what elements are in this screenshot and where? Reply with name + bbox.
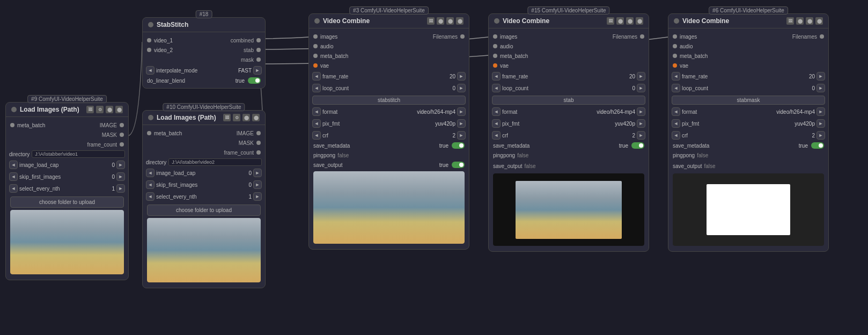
node-9-icon3[interactable]: ⬤ <box>106 106 113 113</box>
node-10-icon2[interactable]: ⚙ <box>233 114 240 121</box>
node-9-ctrl-skip_first_images: ◄ skip_first_images 0 ► <box>6 171 128 183</box>
node-6-icon2[interactable]: ⬤ <box>796 17 804 25</box>
node-6-port-meta_batch: meta_batch <box>668 51 828 61</box>
node-3-incr-pix_fmt[interactable]: ► <box>457 119 466 128</box>
node-6-incr-frame_rate[interactable]: ► <box>816 72 825 81</box>
node-9-icon1[interactable]: 🖼 <box>86 106 94 113</box>
node-6-decr-crf[interactable]: ◄ <box>672 131 680 140</box>
node-3-incr-format[interactable]: ► <box>457 107 466 116</box>
node-3-icon3[interactable]: ⬤ <box>446 17 454 25</box>
node-6-incr-pix_fmt[interactable]: ► <box>816 119 825 128</box>
node-9: Load Images (Path) 🖼 ⚙ ⬤ ⬤ #9 ComfyUI-Vi… <box>5 102 129 280</box>
node-3-toggle-save_metadata[interactable] <box>452 142 465 149</box>
node-10-icon1[interactable]: 🖼 <box>223 114 231 121</box>
node-3-toggle-save_output[interactable] <box>452 162 465 168</box>
node-6-icon4[interactable]: ⬤ <box>815 17 823 25</box>
node-9-incr-image_load_cap[interactable]: ► <box>116 161 125 169</box>
node-3-decr-frame_rate[interactable]: ◄ <box>312 72 321 81</box>
node-6-icon1[interactable]: 🖼 <box>786 17 794 25</box>
node-9-decr-image_load_cap[interactable]: ◄ <box>9 161 18 169</box>
node-15-decr-crf[interactable]: ◄ <box>492 131 501 140</box>
node-18-decr-interp[interactable]: ◄ <box>146 66 155 75</box>
node-3-param-pingpong: pingpong false <box>309 150 469 161</box>
node-6-incr-loop_count[interactable]: ► <box>816 84 825 92</box>
node-15-incr-pix_fmt[interactable]: ► <box>637 119 645 128</box>
node-9-decr-skip_first_images[interactable]: ◄ <box>9 172 18 181</box>
node-15-incr-format[interactable]: ► <box>637 107 645 116</box>
node-15-decr-pix_fmt[interactable]: ◄ <box>492 119 501 128</box>
node-3-ctrl-frame_rate: ◄ frame_rate 20 ► <box>309 70 469 82</box>
node-3-incr-loop_count[interactable]: ► <box>457 84 466 92</box>
node-15-icon3[interactable]: ⬤ <box>626 17 634 25</box>
node-10-decr-select_every_nth[interactable]: ◄ <box>146 192 155 201</box>
node-10-dot-frame_count <box>256 150 261 155</box>
node-15-decr-format[interactable]: ◄ <box>492 107 501 116</box>
node-9-upload-btn[interactable]: choose folder to upload <box>10 196 124 208</box>
node-6-incr-crf[interactable]: ► <box>816 131 825 140</box>
node-18-toggle-blend: do_linear_blend true <box>143 76 265 85</box>
node-6-decr-format[interactable]: ◄ <box>672 107 680 116</box>
node-6-ctrl-filename_prefix: stabmask <box>668 94 828 106</box>
node-18-status <box>148 22 153 27</box>
node-15-incr-frame_rate[interactable]: ► <box>637 72 645 81</box>
node-15-filename_prefix[interactable]: stab <box>492 96 645 105</box>
node-10-icon3[interactable]: ⬤ <box>242 114 250 121</box>
node-15-param-pingpong: pingpong false <box>489 150 649 161</box>
node-6-header: Video Combine 🖼 ⬤ ⬤ ⬤ <box>668 14 828 28</box>
node-15-dot-audio <box>493 44 497 48</box>
node-18-toggle-switch[interactable] <box>248 77 261 84</box>
node-15-icon2[interactable]: ⬤ <box>616 17 624 25</box>
node-3-icon2[interactable]: ⬤ <box>437 17 444 25</box>
node-3-filename_prefix[interactable]: stabstitch <box>312 96 466 105</box>
node-9-incr-skip_first_images[interactable]: ► <box>116 172 125 181</box>
node-9-decr-select_every_nth[interactable]: ◄ <box>9 184 18 193</box>
node-10-decr-skip_first_images[interactable]: ◄ <box>146 180 155 189</box>
node-10-incr-select_every_nth[interactable]: ► <box>253 192 262 201</box>
node-3-title: Video Combine <box>323 17 370 25</box>
node-10-decr-image_load_cap[interactable]: ◄ <box>146 169 155 177</box>
node-3-icon4[interactable]: ⬤ <box>456 17 464 25</box>
node-3-decr-pix_fmt[interactable]: ◄ <box>312 119 321 128</box>
node-6-port-vae: vae <box>668 61 828 70</box>
node-3-decr-loop_count[interactable]: ◄ <box>312 84 321 92</box>
node-9-icon2[interactable]: ⚙ <box>96 106 104 113</box>
node-9-icon4[interactable]: ⬤ <box>115 106 123 113</box>
node-9-dir-row: directory J:\AI\stabber\video1 <box>6 149 128 159</box>
node-10-upload-btn[interactable]: choose folder to upload <box>147 205 261 216</box>
node-6-decr-frame_rate[interactable]: ◄ <box>672 72 680 81</box>
node-15-incr-loop_count[interactable]: ► <box>637 84 645 92</box>
node-6-icon3[interactable]: ⬤ <box>806 17 813 25</box>
node-10-incr-skip_first_images[interactable]: ► <box>253 180 262 189</box>
node-3-icon1[interactable]: 🖼 <box>427 17 435 25</box>
node-6-param-save_output: save_output false <box>668 161 828 171</box>
node-10-port-mask: MASK <box>143 138 265 148</box>
node-9-incr-select_every_nth[interactable]: ► <box>116 184 125 193</box>
node-15-decr-loop_count[interactable]: ◄ <box>492 84 501 92</box>
node-10-icon4[interactable]: ⬤ <box>252 114 260 121</box>
node-9-directory[interactable]: J:\AI\stabber\video1 <box>32 150 125 158</box>
node-15-icon1[interactable]: 🖼 <box>607 17 614 25</box>
node-15-icon4[interactable]: ⬤ <box>636 17 643 25</box>
node-6-decr-pix_fmt[interactable]: ◄ <box>672 119 680 128</box>
node-6-param-pingpong: pingpong false <box>668 150 828 161</box>
node-10-directory[interactable]: J:\AI\stabber\video2 <box>168 158 262 166</box>
node-3-incr-crf[interactable]: ► <box>457 131 466 140</box>
node-6-incr-format[interactable]: ► <box>816 107 825 116</box>
node-3-incr-frame_rate[interactable]: ► <box>457 72 466 81</box>
node-3-decr-crf[interactable]: ◄ <box>312 131 321 140</box>
node-10-status <box>148 115 153 120</box>
node-10-incr-image_load_cap[interactable]: ► <box>253 169 262 177</box>
node-10-ctrl-skip_first_images: ◄ skip_first_images 0 ► <box>143 179 265 191</box>
node-6-toggle-save_metadata[interactable] <box>811 142 824 149</box>
node-10-title: Load Images (Path) <box>157 114 216 121</box>
node-9-title: Load Images (Path) <box>20 106 79 113</box>
node-15-toggle-save_metadata[interactable] <box>631 142 644 149</box>
node-15-decr-frame_rate[interactable]: ◄ <box>492 72 501 81</box>
node-3-dot-meta_batch <box>313 54 318 58</box>
node-18-incr-interp[interactable]: ► <box>253 66 262 75</box>
node-15-incr-crf[interactable]: ► <box>637 131 645 140</box>
node-6-id: #6 ComfyUI-VideoHelperSuite <box>709 6 788 14</box>
node-6-filename_prefix[interactable]: stabmask <box>672 96 825 105</box>
node-6-decr-loop_count[interactable]: ◄ <box>672 84 680 92</box>
node-3-decr-format[interactable]: ◄ <box>312 107 321 116</box>
